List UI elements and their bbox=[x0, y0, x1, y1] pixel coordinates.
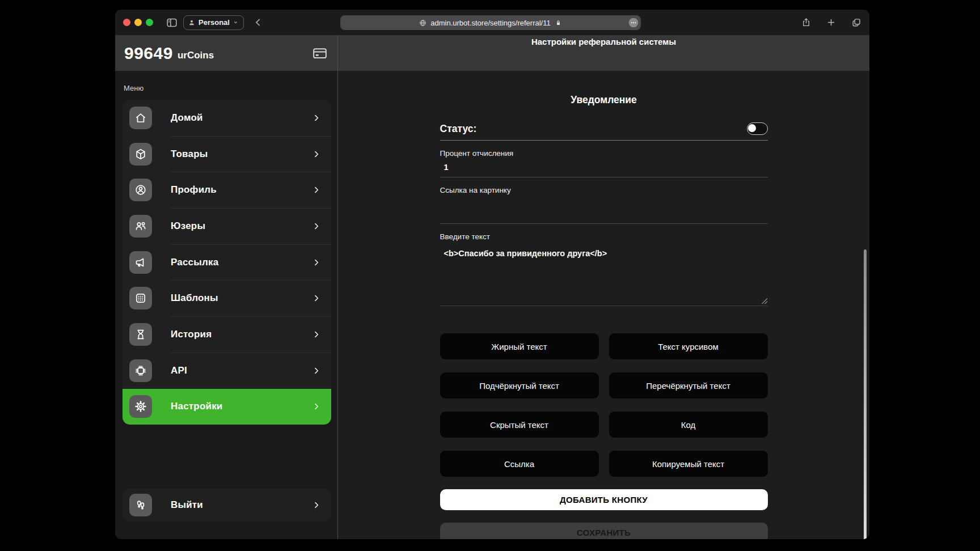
sidebar-item-label: API bbox=[171, 365, 187, 376]
chevron-right-icon bbox=[312, 222, 321, 231]
back-button[interactable] bbox=[252, 16, 264, 28]
person-icon bbox=[188, 19, 196, 27]
new-tab-icon[interactable] bbox=[826, 17, 837, 28]
sidebar-item-label: Рассылка bbox=[171, 257, 218, 268]
page-title: Настройки реферальной системы bbox=[338, 35, 869, 71]
lock-icon bbox=[554, 19, 563, 27]
image-link-input[interactable] bbox=[440, 194, 768, 224]
image-link-label: Ссылка на картинку bbox=[440, 186, 768, 194]
message-text-input[interactable]: <b>Спасибо за привиденного друга</b> bbox=[440, 243, 768, 306]
add-button-button[interactable]: ДОБАВИТЬ КНОПКУ bbox=[440, 489, 768, 510]
app-body: 99649 urCoins Меню ДомойТоварыПрофильЮзе… bbox=[115, 35, 869, 539]
globe-icon bbox=[419, 19, 427, 27]
toolbar-right-actions bbox=[801, 10, 862, 35]
sidebar-item-home[interactable]: Домой bbox=[122, 100, 331, 136]
coins-unit-label: urCoins bbox=[178, 50, 214, 61]
sidebar-item-products[interactable]: Товары bbox=[122, 136, 331, 172]
sidebar-toggle-icon[interactable] bbox=[166, 16, 178, 29]
percent-input[interactable] bbox=[440, 158, 768, 177]
sidebar-item-logout[interactable]: Выйти bbox=[122, 489, 331, 522]
sidebar-item-history[interactable]: История bbox=[122, 316, 331, 353]
status-label: Статус: bbox=[440, 123, 477, 135]
referral-form: Уведомление Статус: Процент отчисления С… bbox=[440, 94, 768, 539]
megaphone-icon bbox=[129, 251, 152, 274]
scrollbar-thumb[interactable] bbox=[864, 249, 867, 539]
format-copy-button[interactable]: Копируемый текст bbox=[609, 451, 768, 477]
close-window-button[interactable] bbox=[123, 19, 130, 26]
menu-section-label: Меню bbox=[124, 84, 337, 92]
textarea-resize-handle[interactable] bbox=[761, 298, 768, 304]
profile-label: Personal bbox=[198, 18, 230, 27]
hourglass-icon bbox=[129, 323, 152, 346]
sidebar-item-users[interactable]: Юзеры bbox=[122, 208, 331, 244]
status-toggle[interactable] bbox=[747, 122, 768, 135]
sidebar-item-api[interactable]: API bbox=[122, 353, 331, 389]
notification-section-title: Уведомление bbox=[440, 94, 768, 106]
textarea-wrapper: <b>Спасибо за привиденного друга</b> bbox=[440, 243, 768, 306]
grid-icon bbox=[129, 287, 152, 310]
sidebar-item-templates[interactable]: Шаблоны bbox=[122, 280, 331, 316]
wallet-card-icon bbox=[311, 45, 328, 62]
traffic-lights bbox=[123, 19, 153, 26]
toggle-knob bbox=[748, 124, 756, 132]
sidebar-item-label: Настройки bbox=[171, 401, 223, 412]
tab-overview-icon[interactable] bbox=[851, 17, 862, 28]
address-bar[interactable]: admin.urbot.store/settings/referral/11 bbox=[340, 15, 641, 30]
balance-panel: 99649 urCoins bbox=[115, 35, 337, 71]
sidebar-item-label: Юзеры bbox=[171, 221, 205, 232]
home-icon bbox=[129, 107, 152, 129]
sidebar: 99649 urCoins Меню ДомойТоварыПрофильЮзе… bbox=[115, 35, 338, 539]
percent-label: Процент отчисления bbox=[440, 149, 768, 158]
format-italic-button[interactable]: Текст курсивом bbox=[609, 333, 768, 359]
format-bold-button[interactable]: Жирный текст bbox=[440, 333, 599, 359]
chevron-right-icon bbox=[312, 294, 321, 303]
format-spoiler-button[interactable]: Скрытый текст bbox=[440, 412, 599, 438]
chevron-right-icon bbox=[312, 501, 321, 510]
sidebar-item-profile[interactable]: Профиль bbox=[122, 172, 331, 208]
format-code-button[interactable]: Код bbox=[609, 412, 768, 438]
browser-window: Personal admin.urbot.store/settings/refe… bbox=[115, 10, 869, 539]
sidebar-item-label: Товары bbox=[171, 149, 208, 160]
chevron-right-icon bbox=[312, 402, 321, 411]
share-icon[interactable] bbox=[801, 17, 812, 28]
sidebar-logout: Выйти bbox=[122, 489, 331, 522]
format-buttons-grid: Жирный текстТекст курсивомПодчёркнутый т… bbox=[440, 333, 768, 477]
sidebar-item-label: История bbox=[171, 329, 212, 340]
format-link-button[interactable]: Ссылка bbox=[440, 451, 599, 477]
profile-icon bbox=[129, 179, 152, 201]
chevron-right-icon bbox=[312, 185, 321, 194]
format-strike-button[interactable]: Перечёркнутый текст bbox=[609, 372, 768, 399]
sidebar-item-label: Профиль bbox=[171, 184, 217, 196]
text-label: Введите текст bbox=[440, 232, 768, 241]
chevron-right-icon bbox=[312, 113, 321, 122]
profile-menu-button[interactable]: Personal bbox=[183, 15, 244, 30]
chevron-right-icon bbox=[312, 330, 321, 339]
sidebar-item-label: Домой bbox=[171, 112, 203, 124]
save-button[interactable]: СОХРАНИТЬ bbox=[440, 523, 768, 539]
sidebar-menu: ДомойТоварыПрофильЮзерыРассылкаШаблоныИс… bbox=[122, 100, 331, 425]
chevron-right-icon bbox=[312, 366, 321, 375]
page-options-button[interactable] bbox=[628, 17, 639, 28]
sidebar-item-settings[interactable]: Настройки bbox=[122, 389, 331, 425]
sidebar-item-label: Выйти bbox=[171, 499, 203, 511]
status-row: Статус: bbox=[440, 122, 768, 141]
cube-icon bbox=[129, 143, 152, 166]
chevron-down-icon bbox=[233, 19, 239, 26]
zoom-window-button[interactable] bbox=[146, 19, 153, 26]
main-content: Настройки реферальной системы Уведомлени… bbox=[338, 35, 869, 539]
format-underline-button[interactable]: Подчёркнутый текст bbox=[440, 372, 599, 399]
chip-icon bbox=[129, 359, 152, 382]
chevron-right-icon bbox=[312, 150, 321, 159]
browser-toolbar: Personal admin.urbot.store/settings/refe… bbox=[115, 10, 869, 35]
minimize-window-button[interactable] bbox=[134, 19, 142, 26]
sidebar-item-label: Шаблоны bbox=[171, 293, 218, 304]
gear-icon bbox=[129, 395, 152, 418]
footprints-icon bbox=[129, 494, 152, 516]
chevron-right-icon bbox=[312, 258, 321, 267]
coins-balance: 99649 bbox=[124, 44, 173, 63]
users-icon bbox=[129, 215, 152, 238]
sidebar-item-mailing[interactable]: Рассылка bbox=[122, 244, 331, 281]
url-text: admin.urbot.store/settings/referral/11 bbox=[430, 19, 550, 27]
